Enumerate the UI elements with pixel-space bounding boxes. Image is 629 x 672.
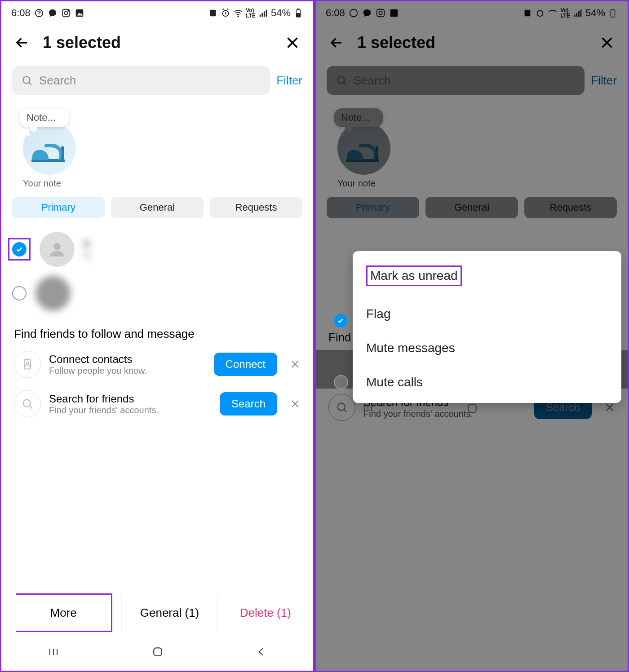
connect-button[interactable]: Connect: [214, 353, 277, 376]
menu-mute-calls[interactable]: Mute calls: [364, 365, 610, 399]
svg-rect-4: [76, 9, 84, 17]
dismiss-icon[interactable]: [290, 359, 301, 370]
svg-rect-14: [297, 9, 299, 10]
svg-rect-6: [210, 10, 216, 17]
contacts-icon: [14, 351, 41, 378]
search-placeholder: Search: [39, 74, 76, 88]
note-bubble[interactable]: Note...: [19, 108, 69, 127]
nfc-icon: [208, 8, 218, 18]
header: 1 selected: [1, 25, 313, 61]
connect-sub: Follow people you know.: [49, 366, 206, 376]
more-menu: Mark as unread Flag Mute messages Mute c…: [353, 251, 621, 403]
search-icon: [21, 75, 33, 86]
search-title: Search for friends: [49, 393, 212, 405]
filter-link[interactable]: Filter: [276, 74, 302, 88]
svg-point-16: [23, 76, 30, 83]
gallery-icon: [75, 8, 84, 18]
note-section: Note... Your note: [1, 100, 313, 191]
chat-row[interactable]: [10, 271, 304, 315]
battery-icon: [293, 8, 303, 18]
dm-tabs: Primary General Requests: [1, 191, 313, 224]
home-icon[interactable]: [151, 645, 164, 659]
search-sub: Find your friends' accounts.: [49, 405, 212, 416]
alarm-icon: [221, 8, 230, 18]
delete-button[interactable]: Delete (1): [217, 593, 313, 632]
chat-checkbox-checked: [334, 314, 347, 327]
tab-general[interactable]: General: [111, 197, 204, 218]
more-button[interactable]: More: [16, 593, 112, 632]
svg-point-17: [53, 243, 61, 250]
chat-checkbox[interactable]: [12, 242, 27, 256]
header-title: 1 selected: [43, 33, 272, 52]
connect-title: Connect contacts: [49, 353, 206, 366]
svg-rect-12: [266, 10, 267, 17]
status-time: 6:08: [11, 7, 31, 19]
svg-point-3: [68, 10, 69, 11]
svg-point-2: [64, 11, 67, 14]
svg-point-20: [23, 400, 31, 407]
svg-rect-21: [154, 648, 162, 656]
tab-requests[interactable]: Requests: [210, 197, 302, 218]
general-button[interactable]: General (1): [121, 593, 217, 632]
svg-rect-15: [297, 13, 300, 17]
svg-rect-9: [260, 15, 261, 17]
instagram-icon: [61, 8, 71, 18]
chat-preview: H: [84, 250, 91, 262]
android-navbar: [1, 633, 313, 671]
note-caption: Your note: [23, 178, 300, 189]
dismiss-icon[interactable]: [290, 398, 301, 409]
tab-primary[interactable]: Primary: [12, 197, 105, 218]
volte-icon: Vo)LTE: [246, 8, 256, 18]
search-friends-icon: [14, 390, 41, 417]
svg-point-8: [238, 16, 239, 17]
svg-point-19: [27, 362, 29, 364]
search-friends-row: Search for friends Find your friends' ac…: [1, 384, 313, 424]
search-button[interactable]: Search: [220, 392, 277, 416]
close-button[interactable]: [283, 33, 302, 53]
chat-avatar: [40, 232, 75, 267]
chat-checkbox[interactable]: [12, 286, 27, 301]
recents-icon[interactable]: [47, 645, 60, 658]
wifi-icon: [233, 8, 243, 18]
menu-mark-unread[interactable]: Mark as unread: [364, 256, 610, 296]
screenshot-right: 6:08 Vo)LTE 54% 1 selec: [314, 0, 629, 672]
screenshot-left: 6:08 Vo)LTE 54% 1 selected: [0, 0, 314, 672]
signal-icon: [258, 8, 268, 18]
checkbox-highlight: [8, 238, 31, 261]
menu-mute-messages[interactable]: Mute messages: [364, 331, 610, 365]
battery-pct: 54%: [271, 7, 291, 19]
statusbar: 6:08 Vo)LTE 54%: [1, 1, 313, 25]
back-button[interactable]: [12, 33, 32, 53]
selection-actions: More General (1) Delete (1): [1, 593, 313, 632]
chat-icon: [48, 8, 58, 18]
friends-heading: Find friends to follow and message: [1, 319, 313, 345]
back-nav-icon[interactable]: [256, 646, 267, 658]
whatsapp-icon: [34, 8, 44, 18]
svg-rect-10: [261, 13, 263, 17]
connect-contacts-row: Connect contacts Follow people you know.…: [1, 345, 313, 384]
chat-name: a: [84, 237, 91, 249]
search-input[interactable]: Search: [12, 66, 270, 95]
chat-checkbox: [334, 375, 348, 389]
menu-flag[interactable]: Flag: [364, 297, 610, 331]
chat-row[interactable]: a H: [10, 227, 304, 271]
chat-avatar: [35, 276, 71, 311]
svg-rect-11: [264, 11, 265, 17]
